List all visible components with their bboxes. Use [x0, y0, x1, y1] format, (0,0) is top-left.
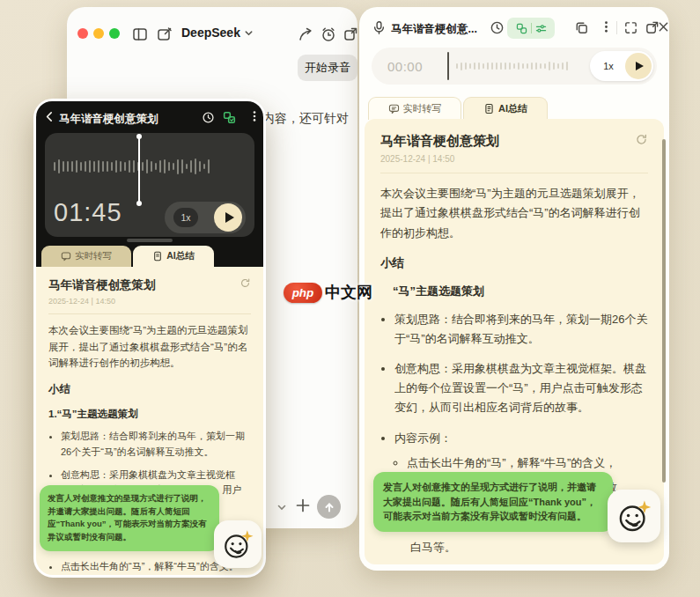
- copy-icon[interactable]: [574, 20, 589, 35]
- summary-bullet-list: 策划思路：结合即将到来的马年，策划一期26个关于“马”的名词解释互动推文。 创意…: [380, 310, 648, 473]
- refresh-icon[interactable]: [635, 133, 648, 146]
- summary-datetime: 2025-12-24 | 14:50: [48, 297, 251, 306]
- tab-transcribe-label: 实时转写: [75, 250, 112, 262]
- model-selector[interactable]: DeepSeek: [181, 26, 254, 40]
- watermark: php 中文网: [284, 282, 372, 303]
- refresh-icon[interactable]: [239, 277, 251, 289]
- recording-mic-icon: [372, 20, 387, 35]
- audio-player-bar: 00:00 1x: [372, 48, 657, 85]
- summary-datetime: 2025-12-24 | 14:50: [380, 154, 648, 164]
- section-heading: 小结: [48, 382, 251, 397]
- waveform[interactable]: [456, 56, 581, 76]
- document-icon: [152, 251, 163, 262]
- translate-icon[interactable]: [223, 111, 236, 124]
- history-clock-icon[interactable]: [490, 20, 505, 35]
- kebab-menu-icon[interactable]: [599, 19, 614, 34]
- sidebar-toggle-icon[interactable]: [132, 26, 148, 42]
- speed-play-pill: 1x: [165, 202, 246, 233]
- header-divider: [616, 21, 617, 34]
- screenshot-stage: DeepSeek 开始录音 内容，还可针对 马年谐音梗: [0, 0, 700, 597]
- playback-speed-button[interactable]: 1x: [173, 208, 198, 227]
- bullet-example-label: 内容示例： 点击长出牛角的“马”，解释“牛马”的含义，: [394, 429, 648, 473]
- bullet-example-item: 点击长出牛角的“马”，解释“牛马”的含义，: [407, 453, 648, 473]
- topic-heading: 1.“马”主题选题策划: [48, 408, 251, 421]
- elapsed-time: 00:00: [387, 59, 423, 74]
- close-traffic-light[interactable]: [77, 28, 88, 39]
- kebab-menu-icon[interactable]: [247, 109, 262, 123]
- pill-divider: [531, 23, 532, 33]
- tab-transcribe-label: 实时转写: [403, 102, 442, 115]
- highlight-bubble: 发言人对创意推文的呈现方式进行了说明，并邀请大家提出问题。随后有人简短回应“Th…: [40, 485, 219, 551]
- bullet-plan: 策划思路：结合即将到来的马年，策划一期26个关于“马”的名词解释互动推文。: [394, 310, 648, 349]
- winking-face-icon: [220, 527, 255, 562]
- model-name: DeepSeek: [181, 26, 240, 40]
- summary-title: 马年谐音梗创意策划: [48, 277, 156, 293]
- play-icon: [636, 62, 644, 70]
- screenshot-icon[interactable]: [343, 26, 358, 42]
- start-recording-label: 开始录音: [305, 60, 350, 76]
- waveform[interactable]: [54, 147, 246, 186]
- sheet-drag-handle[interactable]: [127, 239, 173, 242]
- translate-icon: [516, 23, 527, 34]
- tab-ai-summary[interactable]: AI总结: [133, 246, 214, 267]
- tab-ai-summary-label: AI总结: [166, 250, 195, 262]
- playback-speed-button[interactable]: 1x: [590, 51, 627, 81]
- playhead[interactable]: [447, 52, 449, 80]
- summary-intro: 本次会议主要围绕“马”为主题的元旦选题策划展开，提出了通过象棋棋盘形式结合“马”…: [380, 184, 648, 243]
- section-heading: 小结: [380, 255, 648, 271]
- phone-header-title: 马年谐音梗创意策划: [59, 112, 158, 127]
- speech-bubble-icon: [61, 251, 71, 262]
- speed-play-pill: 1x: [590, 51, 653, 81]
- close-icon[interactable]: [657, 20, 670, 33]
- tab-ai-summary[interactable]: AI总结: [463, 97, 548, 120]
- new-chat-icon[interactable]: [157, 26, 173, 42]
- document-icon: [483, 103, 495, 114]
- minimize-traffic-light[interactable]: [93, 28, 104, 39]
- divider: [380, 173, 648, 173]
- elapsed-time: 01:45: [54, 198, 122, 227]
- tab-transcribe[interactable]: 实时转写: [368, 97, 461, 120]
- meeting-notes-panel: 马年谐音梗创意... 0: [359, 7, 669, 571]
- panel-title: 马年谐音梗创意...: [391, 22, 486, 37]
- trailing-text: 白马等。: [410, 540, 456, 556]
- divider: [48, 313, 251, 314]
- winking-face-sticker[interactable]: [214, 520, 262, 568]
- bullet-plan: 策划思路：结合即将到来的马年，策划一期26个关于“马”的名词解释互动推文。: [61, 429, 251, 461]
- send-button[interactable]: [317, 495, 341, 519]
- mobile-capture-card: 马年谐音梗创意策划 01:45 1x: [33, 99, 266, 578]
- expand-icon[interactable]: [623, 20, 638, 35]
- playhead[interactable]: [138, 136, 140, 203]
- scrollbar[interactable]: [662, 139, 666, 483]
- chevron-down-icon: [244, 28, 254, 38]
- watermark-label: 中文网: [325, 282, 372, 303]
- speech-bubble-icon: [388, 103, 400, 114]
- play-button[interactable]: [625, 53, 652, 79]
- winking-face-sticker[interactable]: [608, 490, 660, 542]
- start-recording-button[interactable]: 开始录音: [298, 55, 357, 81]
- back-chevron-icon[interactable]: [43, 110, 56, 123]
- summary-intro: 本次会议主要围绕“马”为主题的元旦选题策划展开，提出了通过象棋棋盘形式结合“马”…: [48, 322, 251, 372]
- chat-message-fragment: 内容，还可针对: [262, 111, 349, 127]
- alarm-clock-icon[interactable]: [321, 26, 336, 42]
- play-button[interactable]: [214, 203, 242, 232]
- winking-face-icon: [615, 497, 653, 535]
- plus-icon[interactable]: [294, 497, 312, 514]
- highlight-bubble: 发言人对创意推文的呈现方式进行了说明，并邀请大家提出问题。随后有人简短回应“Th…: [373, 472, 613, 532]
- play-icon: [225, 212, 234, 223]
- topic-heading: “马”主题选题策划: [393, 284, 648, 299]
- sliders-icon: [535, 23, 547, 34]
- bullet-idea: 创意构思：采用象棋棋盘为文章主视觉框架。棋盘上的每个位置设置一个“马”，用户点击…: [394, 359, 648, 417]
- summary-title: 马年谐音梗创意策划: [380, 133, 499, 150]
- chevron-down-small-icon[interactable]: [276, 502, 287, 512]
- ai-tools-toggle[interactable]: [507, 18, 555, 39]
- share-icon[interactable]: [298, 26, 313, 42]
- history-clock-icon[interactable]: [202, 111, 215, 124]
- tab-transcribe[interactable]: 实时转写: [41, 246, 131, 267]
- phone-dark-header: 马年谐音梗创意策划 01:45 1x: [36, 101, 263, 267]
- tab-ai-summary-label: AI总结: [498, 102, 527, 115]
- arrow-up-icon: [323, 501, 335, 513]
- zoom-traffic-light[interactable]: [109, 28, 120, 39]
- php-logo: php: [284, 283, 322, 303]
- phone-audio-player: 01:45 1x: [45, 133, 254, 237]
